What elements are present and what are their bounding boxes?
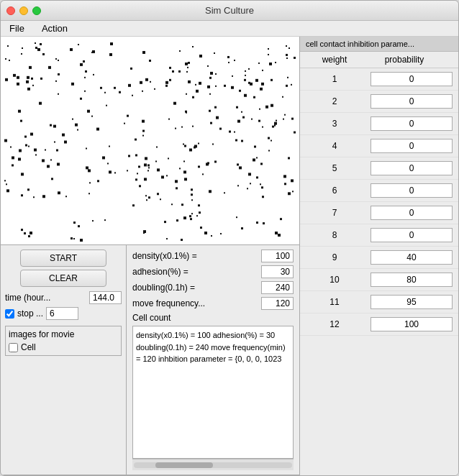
adhesion-label: adhesion(%) = — [132, 267, 258, 277]
time-value[interactable] — [89, 291, 122, 304]
maximize-button[interactable] — [32, 6, 41, 15]
traffic-lights — [6, 6, 41, 15]
scrollbar-area[interactable] — [132, 459, 294, 470]
scrollbar-thumb[interactable] — [155, 462, 213, 468]
density-value[interactable] — [261, 250, 294, 262]
row-weight-4: 4 — [313, 141, 356, 151]
row-weight-8: 8 — [313, 230, 356, 240]
clear-button[interactable]: CLEAR — [20, 270, 106, 287]
row-weight-9: 9 — [313, 252, 356, 262]
inhibition-rows: 1 2 3 4 5 6 7 8 9 10 — [300, 68, 458, 336]
stop-checkbox[interactable] — [5, 309, 14, 319]
inhibition-row: 5 — [300, 157, 458, 180]
time-row: time (hour... — [5, 291, 122, 304]
right-controls: density(x0.1%) = adhesion(%) = doubling(… — [127, 245, 299, 475]
row-weight-1: 1 — [313, 74, 356, 84]
stop-label: stop ... — [17, 308, 43, 319]
inhibition-row: 12 — [300, 313, 458, 336]
menu-bar: File Action — [1, 21, 458, 37]
start-button[interactable]: START — [20, 250, 106, 267]
row-prob-10[interactable] — [371, 273, 453, 287]
left-controls: START CLEAR time (hour... stop ... image… — [1, 245, 127, 475]
row-prob-6[interactable] — [371, 183, 453, 198]
doubling-value[interactable] — [261, 281, 294, 294]
adhesion-value[interactable] — [261, 265, 294, 278]
density-row: density(x0.1%) = — [132, 250, 294, 262]
row-prob-9[interactable] — [371, 250, 453, 265]
row-prob-5[interactable] — [371, 161, 453, 175]
images-label: images for movie — [9, 329, 118, 339]
controls-area: START CLEAR time (hour... stop ... image… — [1, 245, 299, 475]
inhibition-row: 11 — [300, 291, 458, 313]
move-label: move frequnency... — [132, 298, 258, 308]
row-weight-7: 7 — [313, 208, 356, 218]
stop-row: stop ... — [5, 307, 122, 320]
doubling-label: doubling(0.1h) = — [132, 283, 258, 293]
inhibition-row: 7 — [300, 202, 458, 224]
doubling-row: doubling(0.1h) = — [132, 281, 294, 294]
inhibition-header: cell contact inhibition parame... — [300, 37, 458, 52]
cell-row: Cell — [9, 342, 118, 352]
title-bar: Sim Culture — [1, 1, 458, 21]
column-headers: weight probability — [300, 52, 458, 68]
file-menu[interactable]: File — [6, 22, 27, 35]
inhibition-row: 8 — [300, 224, 458, 247]
main-window: Sim Culture File Action START CLEAR time… — [0, 0, 459, 476]
row-prob-3[interactable] — [371, 116, 453, 131]
inhibition-row: 2 — [300, 91, 458, 113]
close-button[interactable] — [6, 6, 15, 15]
weight-col-header: weight — [313, 55, 356, 65]
row-weight-3: 3 — [313, 119, 356, 129]
right-panel: cell contact inhibition parame... weight… — [300, 37, 458, 475]
cell-count-label: Cell count — [132, 313, 294, 323]
row-weight-12: 12 — [313, 319, 356, 329]
left-panel: START CLEAR time (hour... stop ... image… — [1, 37, 300, 475]
inhibition-row: 4 — [300, 135, 458, 157]
prob-col-header: probability — [356, 55, 453, 65]
density-label: density(x0.1%) = — [132, 251, 258, 261]
inhibition-row: 1 — [300, 68, 458, 91]
row-prob-8[interactable] — [371, 228, 453, 242]
stop-value[interactable] — [46, 307, 78, 320]
row-weight-10: 10 — [313, 275, 356, 285]
row-prob-1[interactable] — [371, 72, 453, 86]
minimize-button[interactable] — [19, 6, 28, 15]
inhibition-row: 10 — [300, 269, 458, 291]
canvas-area — [1, 37, 299, 245]
cell-checkbox[interactable] — [9, 343, 18, 352]
inhibition-row: 3 — [300, 113, 458, 135]
images-section: images for movie Cell — [5, 326, 122, 356]
row-weight-5: 5 — [313, 163, 356, 173]
row-prob-12[interactable] — [371, 317, 453, 331]
row-prob-11[interactable] — [371, 295, 453, 309]
row-weight-2: 2 — [313, 96, 356, 106]
move-row: move frequnency... — [132, 297, 294, 310]
inhibition-row: 6 — [300, 180, 458, 202]
row-prob-2[interactable] — [371, 94, 453, 109]
row-prob-7[interactable] — [371, 206, 453, 220]
scrollbar-track — [134, 462, 292, 468]
inhibition-row: 9 — [300, 247, 458, 269]
window-title: Sim Culture — [205, 5, 254, 16]
move-value[interactable] — [261, 297, 294, 310]
simulation-canvas — [1, 37, 299, 244]
text-display: density(x0.1%) = 100 adhesion(%) = 30 do… — [132, 326, 294, 459]
main-content: START CLEAR time (hour... stop ... image… — [1, 37, 458, 475]
adhesion-row: adhesion(%) = — [132, 265, 294, 278]
row-weight-11: 11 — [313, 297, 356, 307]
row-weight-6: 6 — [313, 186, 356, 196]
time-label: time (hour... — [5, 293, 86, 303]
row-prob-4[interactable] — [371, 139, 453, 153]
cell-label: Cell — [21, 342, 36, 352]
action-menu[interactable]: Action — [39, 22, 71, 35]
